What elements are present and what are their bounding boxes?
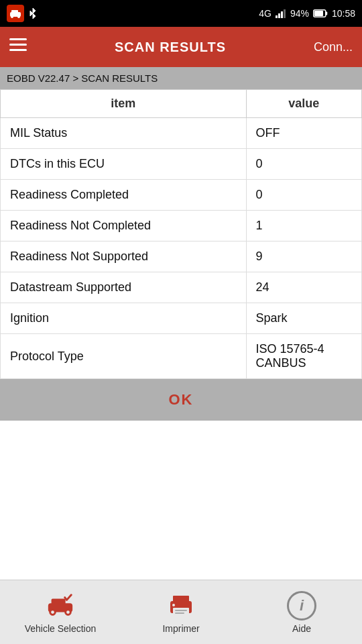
time-label: 10:58 — [332, 8, 355, 19]
col-value-header: value — [246, 90, 361, 118]
row-value-4: 9 — [246, 241, 361, 272]
svg-rect-13 — [9, 49, 27, 51]
row-item-6: Ignition — [1, 303, 247, 334]
row-value-7: ISO 15765-4 CANBUS — [246, 334, 361, 379]
svg-point-19 — [66, 610, 70, 614]
bottom-navigation: Vehicle Selection Imprimer i Aide — [0, 580, 362, 644]
row-item-1: DTCs in this ECU — [1, 149, 247, 180]
battery-label: 94% — [290, 8, 309, 19]
app-header: SCAN RESULTS Conn... — [0, 27, 362, 67]
nav-item-vehicle-selection[interactable]: Vehicle Selection — [0, 591, 121, 634]
row-item-5: Datastream Supported — [1, 272, 247, 303]
svg-rect-11 — [9, 38, 27, 40]
info-icon: i — [287, 591, 316, 621]
svg-rect-9 — [326, 12, 328, 15]
bluetooth-icon — [28, 7, 38, 19]
scan-results-table: item value MIL StatusOFFDTCs in this ECU… — [0, 89, 362, 379]
svg-rect-7 — [284, 9, 286, 18]
row-value-2: 0 — [246, 180, 361, 211]
breadcrumb: EOBD V22.47 > SCAN RESULTS — [0, 67, 362, 89]
page-title: SCAN RESULTS — [27, 40, 314, 55]
table-row: Readiness Not Completed1 — [1, 211, 362, 241]
row-item-0: MIL Status — [1, 118, 247, 149]
connection-status: Conn... — [314, 40, 353, 54]
print-icon — [166, 591, 196, 621]
table-row: Readiness Completed0 — [1, 180, 362, 211]
svg-rect-12 — [9, 44, 27, 46]
svg-rect-4 — [276, 15, 278, 18]
signal-icon — [276, 9, 286, 18]
car-check-icon — [46, 591, 75, 621]
table-row: DTCs in this ECU0 — [1, 149, 362, 180]
ok-button[interactable]: OK — [0, 386, 362, 414]
vehicle-selection-label: Vehicle Selection — [25, 623, 97, 634]
ok-button-container: OK — [0, 379, 362, 421]
row-value-5: 24 — [246, 272, 361, 303]
main-content: EOBD V22.47 > SCAN RESULTS item value MI… — [0, 67, 362, 580]
row-item-4: Readiness Not Supported — [1, 241, 247, 272]
svg-rect-24 — [175, 612, 184, 614]
svg-rect-10 — [314, 11, 323, 16]
svg-rect-6 — [281, 11, 283, 18]
svg-point-2 — [11, 15, 13, 18]
imprimer-label: Imprimer — [162, 623, 199, 634]
battery-icon — [313, 9, 328, 17]
table-row: Readiness Not Supported9 — [1, 241, 362, 272]
row-value-1: 0 — [246, 149, 361, 180]
svg-point-25 — [172, 604, 175, 606]
status-bar-left — [7, 5, 38, 22]
row-value-6: Spark — [246, 303, 361, 334]
status-bar: 4G 94% 10:58 — [0, 0, 362, 27]
col-item-header: item — [1, 90, 247, 118]
svg-point-3 — [17, 15, 20, 18]
svg-rect-5 — [278, 13, 280, 18]
aide-label: Aide — [292, 623, 311, 634]
nav-item-aide[interactable]: i Aide — [241, 591, 362, 634]
nav-item-imprimer[interactable]: Imprimer — [121, 591, 241, 634]
app-icon — [7, 5, 24, 22]
signal-label: 4G — [259, 8, 272, 19]
hamburger-menu[interactable] — [9, 38, 27, 56]
row-item-7: Protocol Type — [1, 334, 247, 379]
svg-rect-15 — [52, 598, 66, 604]
row-value-0: OFF — [246, 118, 361, 149]
status-bar-right: 4G 94% 10:58 — [259, 8, 355, 19]
info-circle: i — [287, 591, 316, 621]
table-row: Protocol TypeISO 15765-4 CANBUS — [1, 334, 362, 379]
table-row: MIL StatusOFF — [1, 118, 362, 149]
row-item-2: Readiness Completed — [1, 180, 247, 211]
svg-rect-1 — [11, 10, 18, 13]
row-item-3: Readiness Not Completed — [1, 211, 247, 241]
table-row: Datastream Supported24 — [1, 272, 362, 303]
svg-point-17 — [51, 610, 54, 614]
table-row: IgnitionSpark — [1, 303, 362, 334]
svg-rect-22 — [173, 608, 189, 616]
svg-rect-21 — [173, 596, 189, 602]
row-value-3: 1 — [246, 211, 361, 241]
svg-rect-23 — [175, 610, 187, 611]
